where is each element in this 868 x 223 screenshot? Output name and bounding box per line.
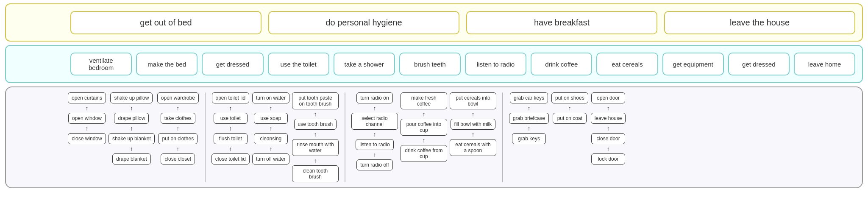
- task-box-get-equipment[interactable]: get equipment: [662, 53, 724, 75]
- arrow-icon-ventilate-bedroom-group-0: ↑: [86, 105, 89, 111]
- detail-item-listen-radio-group-1[interactable]: listen to radio: [356, 139, 393, 150]
- section-divider-8: [502, 92, 503, 182]
- detail-item-use-toilet-group-2[interactable]: close toilet lid: [211, 153, 250, 164]
- arrow-icon-drink-coffee-group-1: ↑: [422, 137, 425, 143]
- detail-item-use-toilet-group-1[interactable]: flush toilet: [214, 133, 248, 144]
- arrow-icon-listen-radio-group-2: ↑: [373, 152, 376, 158]
- detail-top-get-equipment-group[interactable]: grab car keys: [510, 92, 548, 103]
- task-box-take-a-shower[interactable]: take a shower: [334, 53, 395, 75]
- detail-item-use-toilet-group-0[interactable]: use toilet: [214, 113, 248, 124]
- arrow-icon-get-dressed-group-1: ↑: [176, 125, 179, 131]
- detail-item-take-shower-group-1[interactable]: cleansing: [254, 133, 288, 144]
- detail-item-drink-coffee-group-1[interactable]: drink coffee from cup: [401, 145, 447, 162]
- detail-group-take-shower-group: turn on water↑use soap↑cleansing↑turn of…: [252, 92, 289, 164]
- detail-top-take-shower-group[interactable]: turn on water: [252, 92, 289, 103]
- detail-top-brush-teeth-group[interactable]: put tooth paste on tooth brush: [292, 92, 339, 109]
- detail-item-listen-radio-group-0[interactable]: select radio channel: [351, 113, 398, 130]
- detail-group-get-dressed-group: open wardrobe↑take clothes↑put on clothe…: [157, 92, 199, 164]
- detail-group-get-dressed-2-group: put on shoes↑put on coat: [551, 92, 588, 124]
- task-box-ventilate-bedroom[interactable]: ventilate bedroom: [70, 53, 132, 75]
- detail-group-use-toilet-group: open toilet lid↑use toilet↑flush toilet↑…: [211, 92, 250, 164]
- detail-top-make-bed-group[interactable]: shake up pillow: [110, 92, 153, 103]
- arrow-icon-eat-cereals-group-0: ↑: [471, 111, 474, 117]
- arrow-icon-use-toilet-group-1: ↑: [229, 125, 232, 131]
- detail-item-get-equipment-group-1[interactable]: grab keys: [512, 133, 546, 144]
- detail-item-eat-cereals-group-1[interactable]: eat cereals with a spoon: [450, 139, 496, 156]
- detail-item-get-dressed-group-0[interactable]: take clothes: [161, 113, 195, 124]
- detail-item-leave-home-group-0[interactable]: leave house: [591, 113, 626, 124]
- arrow-icon-take-shower-group-0: ↑: [269, 105, 272, 111]
- arrow-icon-leave-home-group-2: ↑: [607, 146, 610, 152]
- activity-box-leave-the-house[interactable]: leave the house: [664, 11, 855, 34]
- task-box-use-the-toilet[interactable]: use the toilet: [268, 53, 329, 75]
- detail-top-drink-coffee-group[interactable]: make fresh coffee: [401, 92, 447, 109]
- detail-item-ventilate-bedroom-group-0[interactable]: open window: [68, 113, 106, 124]
- activity-box-have-breakfast[interactable]: have breakfast: [466, 11, 657, 34]
- detail-item-eat-cereals-group-0[interactable]: fill bowl with milk: [451, 119, 496, 130]
- detail-top-get-dressed-group[interactable]: open wardrobe: [157, 92, 199, 103]
- detail-item-leave-home-group-1[interactable]: close door: [591, 133, 625, 144]
- detail-group-listen-radio-group: turn radio on↑select radio channel↑liste…: [351, 92, 398, 170]
- detail-item-make-bed-group-1[interactable]: shake up blanket: [108, 133, 155, 144]
- task-box-leave-home[interactable]: leave home: [794, 53, 855, 75]
- detail-item-listen-radio-group-2[interactable]: turn radio off: [356, 159, 392, 170]
- task-box-get-dressed-1[interactable]: get dressed: [202, 53, 263, 75]
- arrow-icon-eat-cereals-group-1: ↑: [471, 131, 474, 137]
- arrow-icon-get-dressed-group-0: ↑: [176, 105, 179, 111]
- detail-group-make-bed-group: shake up pillow↑drape pillow↑shake up bl…: [108, 92, 155, 164]
- activities-row: get out of beddo personal hygienehave br…: [5, 3, 863, 42]
- arrow-icon-brush-teeth-group-1: ↑: [314, 131, 317, 137]
- arrow-icon-leave-home-group-1: ↑: [607, 125, 610, 131]
- arrow-icon-brush-teeth-group-2: ↑: [314, 158, 317, 164]
- detail-group-eat-cereals-group: put cereals into bowl↑fill bowl with mil…: [450, 92, 496, 156]
- detail-group-leave-home-group: open door↑leave house↑close door↑lock do…: [591, 92, 626, 164]
- arrow-icon-use-toilet-group-0: ↑: [229, 105, 232, 111]
- activity-box-get-out-of-bed[interactable]: get out of bed: [70, 11, 262, 34]
- detail-item-get-dressed-group-1[interactable]: put on clothes: [158, 133, 198, 144]
- arrow-icon-listen-radio-group-1: ↑: [373, 131, 376, 137]
- detail-top-get-dressed-2-group[interactable]: put on shoes: [551, 92, 588, 103]
- detail-item-make-bed-group-0[interactable]: drape pillow: [114, 113, 149, 124]
- arrow-icon-use-toilet-group-2: ↑: [229, 146, 232, 152]
- activities-items: get out of beddo personal hygienehave br…: [70, 11, 855, 34]
- detail-top-use-toilet-group[interactable]: open toilet lid: [212, 92, 250, 103]
- detail-item-brush-teeth-group-1[interactable]: rinse mouth with water: [292, 139, 339, 156]
- section-divider-5: [345, 92, 345, 182]
- task-box-make-the-bed[interactable]: make the bed: [136, 53, 198, 75]
- detail-group-drink-coffee-group: make fresh coffee↑pour coffee into cup↑d…: [401, 92, 447, 162]
- arrow-icon-leave-home-group-0: ↑: [607, 105, 610, 111]
- detail-item-make-bed-group-2[interactable]: drape blanket: [112, 153, 151, 164]
- detail-item-drink-coffee-group-0[interactable]: pour coffee into cup: [401, 119, 447, 136]
- detail-item-get-dressed-group-2[interactable]: close closet: [161, 153, 195, 164]
- arrow-icon-make-bed-group-0: ↑: [130, 105, 133, 111]
- detail-group-ventilate-bedroom-group: open curtains↑open window↑close window: [68, 92, 106, 144]
- detail-item-brush-teeth-group-0[interactable]: use tooth brush: [294, 119, 337, 130]
- arrow-icon-get-dressed-2-group-0: ↑: [568, 105, 571, 111]
- task-box-brush-teeth[interactable]: brush teeth: [399, 53, 461, 75]
- task-box-eat-cereals[interactable]: eat cereals: [596, 53, 658, 75]
- detail-item-take-shower-group-2[interactable]: turn off water: [252, 153, 289, 164]
- activity-box-do-personal-hygiene[interactable]: do personal hygiene: [268, 11, 459, 34]
- arrow-icon-brush-teeth-group-0: ↑: [314, 111, 317, 117]
- section-divider-2: [205, 92, 206, 182]
- arrow-icon-drink-coffee-group-0: ↑: [422, 111, 425, 117]
- detail-item-leave-home-group-2[interactable]: lock door: [591, 153, 625, 164]
- detail-item-ventilate-bedroom-group-1[interactable]: close window: [68, 133, 106, 144]
- detail-top-eat-cereals-group[interactable]: put cereals into bowl: [450, 92, 496, 109]
- arrow-icon-make-bed-group-2: ↑: [130, 146, 133, 152]
- tasks-row: ventilate bedroommake the bedget dressed…: [5, 45, 863, 83]
- detail-item-brush-teeth-group-2[interactable]: clean tooth brush: [292, 165, 339, 182]
- detail-top-ventilate-bedroom-group[interactable]: open curtains: [68, 92, 106, 103]
- detail-item-get-dressed-2-group-0[interactable]: put on coat: [553, 113, 587, 124]
- detail-top-leave-home-group[interactable]: open door: [591, 92, 625, 103]
- detail-item-get-equipment-group-0[interactable]: grab briefcase: [509, 113, 549, 124]
- details-content: open curtains↑open window↑close windowsh…: [68, 92, 855, 182]
- task-box-drink-coffee[interactable]: drink coffee: [531, 53, 592, 75]
- detail-top-listen-radio-group[interactable]: turn radio on: [356, 92, 392, 103]
- arrow-icon-take-shower-group-1: ↑: [269, 125, 272, 131]
- task-box-listen-to-radio[interactable]: listen to radio: [465, 53, 526, 75]
- detail-group-brush-teeth-group: put tooth paste on tooth brush↑use tooth…: [292, 92, 339, 182]
- detail-item-take-shower-group-0[interactable]: use soap: [254, 113, 288, 124]
- detail-group-get-equipment-group: grab car keys↑grab briefcase↑grab keys: [509, 92, 549, 144]
- task-box-get-dressed-2[interactable]: get dressed: [728, 53, 790, 75]
